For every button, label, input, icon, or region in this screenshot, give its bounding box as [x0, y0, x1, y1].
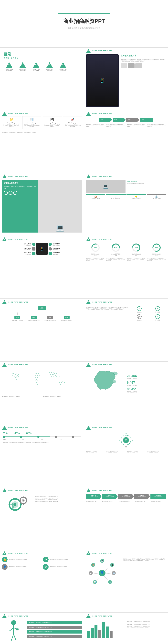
- tri-4: 04: [46, 62, 53, 68]
- person-visual: [2, 620, 25, 644]
- section-header-16: 01 MORE THAN TEMPLATE: [0, 550, 84, 556]
- svg-rect-44: [52, 374, 53, 375]
- china-stats-slide: 01 MORE THAN TEMPLATE 23,456 请在此输入您的文字 6…: [84, 362, 168, 424]
- donut-2: 50% 请在此处输入您的文字: [111, 243, 121, 256]
- section-header-3: 01 MORE THAN TEMPLATE: [84, 110, 168, 116]
- line-1: [17, 312, 18, 315]
- box-icon-3: 💾: [44, 118, 60, 121]
- world-map-slide: 01 MORE THAN TEMPLATE: [0, 362, 84, 424]
- contents-item-4: 04 MORE THANTEMPLATE: [44, 62, 55, 71]
- feat-1-title: TEXT HERE: [24, 243, 31, 244]
- pct-desc-2: 请在此处输入您的文字请在此处输入您的文字: [106, 258, 125, 262]
- desc-text: 请在此处输入您的文字请在此处输入您的文字请在此处输入您的文字: [2, 132, 82, 133]
- section-title-3: MORE THAN TEMPLATE: [92, 113, 112, 114]
- contents-title-block: 目录 CONTENTS: [4, 52, 80, 59]
- section-badge-9: 01: [86, 300, 91, 304]
- contents-en: CONTENTS: [4, 57, 19, 59]
- steps-desc-3: 请在此处输入您的文字: [127, 451, 146, 453]
- section-badge-10: 01: [2, 363, 7, 367]
- svg-text:📧: 📧: [113, 572, 115, 574]
- svg-rect-77: [26, 500, 27, 501]
- bot-icon-sym-2: 📋: [107, 196, 125, 198]
- social-tw: ✈ 请在此处: [149, 306, 166, 313]
- bot-icon-label-4: CONTENT HERE: [147, 198, 165, 199]
- svg-rect-56: [64, 382, 65, 383]
- section-badge-6: 01: [2, 237, 7, 241]
- phone-features-slide: 01 MORE THAN TEMPLATE TEXT HERE 请在此处输入 T…: [0, 236, 84, 298]
- svg-line-109: [14, 634, 16, 641]
- steps-desc-1: 请在此处输入您的文字: [86, 451, 105, 453]
- svg-rect-41: [54, 373, 55, 374]
- world-map-svg: [2, 368, 80, 394]
- dot-2014: [72, 436, 74, 438]
- section-badge-16: 01: [2, 551, 7, 555]
- svg-text:💻: 💻: [101, 560, 103, 562]
- feat-4-text: TEXT HERE 请在此处输入: [53, 243, 60, 246]
- lock-icon: 🔒: [2, 557, 8, 562]
- sec-item-4: ⚙ 请在此处输入您的文字请在此处输入: [43, 564, 82, 570]
- section-badge-15: 01: [86, 488, 91, 492]
- laptop-icon: 💻: [56, 224, 64, 232]
- phone-body: 请在此处输入您的文字请在此处输入您的文字请在此处输入您的文字请在此处输入您的文字…: [121, 58, 166, 62]
- timeline-content: 01% 03% 05% 2010 2011 2012 2013 2014 请在此…: [0, 430, 84, 445]
- svg-rect-70: [20, 504, 22, 505]
- svg-text:04: 04: [119, 440, 120, 441]
- slide-row-8: 01 MORE THAN TEMPLATE 01% 03% 05% 2010 2…: [0, 424, 168, 487]
- thumb-1: [121, 63, 127, 68]
- year-2011: 2011: [22, 439, 25, 440]
- china-stats: 23,456 请在此输入您的文字 6,457 请在此输入您的文字 83,451 …: [127, 368, 166, 398]
- box-4: 📣 Biz Campaign 请在此输入您的文字请在此输入您的文字: [63, 116, 82, 129]
- social-pi: P 请在此处: [149, 314, 166, 321]
- phone-grid: TEXT HERE 请在此处输入 TEXT HERE 请在此处输入 TEXT H…: [0, 242, 84, 256]
- tri-2: 02: [19, 62, 26, 68]
- feat-1-desc: 请在此处输入: [24, 244, 31, 246]
- donut-1-desc: 请在此处输入您的文字: [91, 253, 100, 256]
- network-slide: 01 MORE THAN TEMPLATE 👤: [84, 550, 168, 612]
- stat-1: 23,456 请在此输入您的文字: [127, 374, 166, 380]
- steps-desc-row: 请在此处输入您的文字 请在此处输入您的文字 请在此处输入您的文字 请在此处输入您…: [86, 500, 166, 502]
- person-item-1: 请在此处输入您的文字请在此处输入您的文字: [27, 621, 82, 624]
- section-header-19: 01 MORE THAN TEMPLATE: [84, 613, 168, 619]
- year-labels: 2010 2011 2012 2013 2014: [3, 439, 81, 440]
- pct-above: 01% 03% 05%: [3, 432, 81, 435]
- features-icons-slide: 01 MORE THAN TEMPLATE 💻 TEXT EXAMPLE 请在此…: [84, 173, 168, 236]
- branch-node-2: 标题: [31, 316, 37, 319]
- top-green-line: [58, 13, 110, 14]
- svg-text:50%: 50%: [114, 247, 117, 248]
- svg-line-108: [11, 634, 14, 641]
- svg-text:🔧: 🔧: [109, 581, 111, 583]
- step-arr-4: STEP 04 SAMPLE TEXT: [134, 494, 150, 499]
- branch-4: 标题 请在此处输入您的文字: [61, 312, 72, 321]
- svg-rect-48: [51, 376, 52, 377]
- bar-5: [102, 622, 105, 638]
- svg-rect-30: [39, 375, 40, 376]
- svg-rect-12: [12, 373, 13, 374]
- section-title-14: MORE THAN TEMPLATE: [8, 490, 28, 491]
- feat-3: TEXT HERE 请在此处输入: [2, 252, 35, 255]
- svg-rect-20: [17, 375, 18, 376]
- svg-rect-51: [59, 376, 60, 376]
- feat-1-text: TEXT HERE 请在此处输入: [24, 243, 31, 246]
- svg-rect-107: [16, 628, 19, 630]
- feat-6-desc: 请在此处输入: [53, 254, 60, 255]
- svg-rect-35: [37, 380, 38, 381]
- phone-content-area: 📱 这里输入标题文字 请在此处输入您的文字请在此处输入您的文字请在此处输入您的文…: [84, 54, 168, 108]
- donut-svg-3: 70%: [131, 243, 141, 252]
- section-badge-19: 01: [86, 614, 91, 618]
- section-header-5: 01 MORE THAN TEMPLATE: [84, 173, 168, 179]
- phone-sym: 📱: [40, 247, 44, 251]
- svg-point-78: [11, 503, 14, 506]
- gears-content: 请在此处输入您的文字请在此处输入您的文字 请在此处输入您的文字请在此处输入您的文…: [0, 493, 84, 516]
- branch-2: 标题 请在此处输入您的文字: [28, 312, 40, 321]
- barchart-area: [86, 620, 125, 639]
- fb-icon: f: [137, 306, 142, 311]
- section-badge-1: 01: [86, 49, 91, 53]
- feat-6-title: TEXT HERE: [53, 252, 60, 254]
- social-fb: f 请在此处: [131, 306, 148, 313]
- section-header-12: 01 MORE THAN TEMPLATE: [0, 424, 84, 430]
- section-title-11: MORE THAN TEMPLATE: [92, 364, 112, 366]
- world-map-content: 请在此处输入您的文字请在此处输入 请在此处输入您的文字请在此处输入: [0, 368, 84, 398]
- svg-line-84: [105, 573, 113, 574]
- svg-rect-29: [37, 375, 38, 376]
- pct-3: 05%: [26, 432, 32, 435]
